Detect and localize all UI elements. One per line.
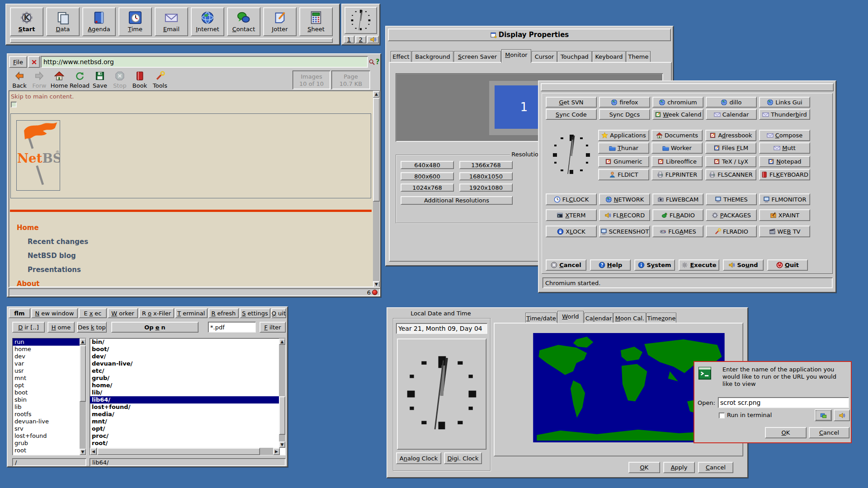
list-item[interactable]: devuan-live [13,418,80,425]
list-item[interactable]: opt/ [90,425,279,432]
list-item[interactable]: srv [13,425,80,432]
nav-save-button[interactable]: Save [90,70,110,89]
taskbar-button-time[interactable]: Time [118,7,152,36]
menu-rox-filer[interactable]: Rox-Filer [139,308,174,318]
right-path-field[interactable]: lib64/ [90,458,286,466]
tab-effect[interactable]: Effect [391,51,411,62]
workspace-2-button[interactable]: 2 [355,36,366,43]
launcher-thunderbird-button[interactable]: Thunderbird [759,109,810,120]
tab-monitor[interactable]: Monitor [501,49,531,63]
taskbar-button-contact[interactable]: Contact [227,7,260,36]
launcher-fldict-button[interactable]: FLDICT [598,169,649,180]
tab-calendar[interactable]: Calendar [584,313,613,323]
launcher-dillo-button[interactable]: dillo [706,97,757,108]
launcher-flradio-button[interactable]: FLRADIO [652,209,703,221]
launcher-links-gui-button[interactable]: Links Gui [759,97,810,108]
nav-bookmarks-button[interactable]: Book [130,70,150,89]
launcher-flwebcam-button[interactable]: FLWEBCAM [652,193,703,205]
list-item[interactable]: lib/ [90,389,279,396]
resolution-868x488-button[interactable]: 868x488 [459,183,513,192]
analog-clock-button[interactable]: Analog Clock [396,452,441,464]
open-button[interactable]: Open [111,322,198,333]
launcher-web-tv-button[interactable]: WEB TV [759,225,810,237]
scrollbar-thumb[interactable] [373,98,380,202]
nav-link-presentations[interactable]: Presentations [28,266,81,274]
launcher-adressbook-button[interactable]: Adressbook [705,130,756,141]
digital-clock-button[interactable]: Digi. Clock [444,452,482,464]
panel-clock[interactable] [344,7,377,34]
launcher-titlebar[interactable] [541,83,834,91]
taskbar-button-sheet[interactable]: Sheet [299,7,333,36]
resolution-640x480-button[interactable]: 640x480 [401,161,454,169]
list-item[interactable]: lost+found/ [90,404,279,411]
file-list-scrollbar[interactable] [279,338,285,448]
open-input[interactable] [718,397,849,408]
url-help-button[interactable] [375,57,380,67]
launcher-flkeyboard-button[interactable]: FLKEYBOARD [759,169,810,180]
apply-button[interactable]: Apply [663,462,695,473]
list-item[interactable]: mnt [13,375,80,382]
launcher-chromium-button[interactable]: chromium [652,97,703,108]
menu-refresh[interactable]: Refresh [208,308,239,318]
list-item[interactable]: root/ [90,440,279,447]
resolution-1024x768-button[interactable]: 1024x768 [401,183,454,192]
taskbar-button-agenda[interactable]: Agenda [82,7,116,36]
launcher-files-flm-button[interactable]: Files FLM [705,142,756,154]
launcher-week-calend-button[interactable]: Week Calend [652,109,703,120]
list-item[interactable]: lost+found [13,432,80,440]
nav-back-button[interactable]: Back [9,70,29,89]
launcher-worker-button[interactable]: Worker [651,142,703,154]
launcher-documents-button[interactable]: Documents [651,130,703,141]
nav-link-recent-changes[interactable]: Recent changes [28,238,88,246]
list-item[interactable]: sbin [13,396,80,404]
tab-timezone[interactable]: Timezone [646,313,676,323]
resolution-1366x768-button[interactable]: 1366x768 [459,161,513,169]
taskbar-button-start[interactable]: Start [10,7,43,36]
menu-flm[interactable]: flm [9,308,30,318]
list-item[interactable]: devuan-live/ [90,360,279,367]
launcher-thunar-button[interactable]: Thunar [598,142,649,154]
launcher-screenshot-button[interactable]: SCREENSHOT [599,225,650,237]
launcher-network-button[interactable]: NETWORK [599,193,650,205]
list-item[interactable]: grub [13,440,80,447]
menu-new-window[interactable]: New window [31,308,78,318]
nav-home-button[interactable]: Home [49,70,69,89]
system-button[interactable]: System [634,259,675,271]
scrollbar-thumb[interactable] [80,345,86,402]
desktop-button[interactable]: Desktop [77,322,107,333]
list-item[interactable]: run [13,338,80,346]
launcher-flclock-button[interactable]: FLCLOCK [546,193,597,205]
browser-file-menu[interactable]: File [9,56,27,68]
volume-button[interactable] [367,36,379,43]
nav-link-about[interactable]: About [17,280,40,287]
dir-up-button[interactable]: Dir [..] [12,322,45,333]
list-item[interactable]: lib [13,404,80,411]
launcher-packages-button[interactable]: PACKAGES [706,209,757,221]
scroll-up-button[interactable] [373,91,380,98]
menu-settings[interactable]: Settings [240,308,270,318]
launcher-flradio2-button[interactable]: FLRADIO [706,225,757,237]
scroll-down-button[interactable] [80,449,86,455]
window-option-button[interactable] [815,409,832,421]
scrollbar-thumb[interactable] [279,396,285,435]
left-path-field[interactable]: / [12,458,86,466]
cancel-button[interactable]: Cancel [546,259,586,271]
additional-resolutions-button[interactable]: Additional Resolutions [401,196,513,205]
list-item[interactable]: root [13,447,80,454]
tab-cursor[interactable]: Cursor [532,51,557,62]
list-item[interactable]: dev [13,353,80,360]
launcher-xlock-button[interactable]: XLOCK [546,225,597,237]
nav-link-home[interactable]: Home [17,224,39,232]
display-properties-titlebar[interactable]: Display Properties [388,28,671,41]
launcher-sync-docs-button[interactable]: Sync Docs [599,109,650,120]
menu-exec[interactable]: Exec [79,308,107,318]
scroll-right-button[interactable] [273,448,280,455]
tab-time-date[interactable]: Time/date [525,313,557,323]
tab-world[interactable]: World [557,311,584,323]
tab-touchpad[interactable]: Touchpad [557,51,592,62]
list-item[interactable]: bin/ [90,338,279,346]
netbsd-logo[interactable]: NetBSD ® [16,120,60,191]
taskbar-button-jotter[interactable]: Jotter [263,7,297,36]
launcher-flscanner-button[interactable]: FLSCANNER [705,169,756,180]
menu-quit[interactable]: Quit [271,308,286,318]
